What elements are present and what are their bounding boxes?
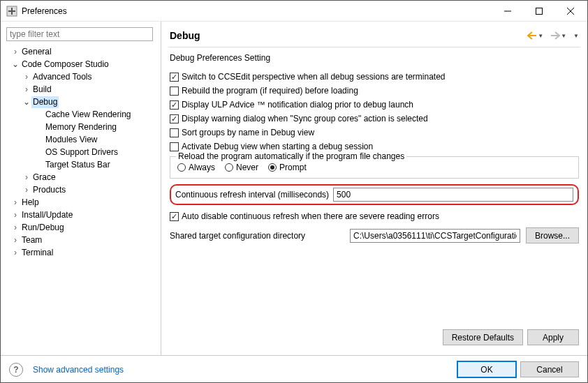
ok-button[interactable]: OK bbox=[457, 361, 516, 377]
content-pane: Debug ▼ ▼ ▼ Debug Preferences Setting Sw… bbox=[161, 22, 587, 355]
checkbox-sync-warn[interactable] bbox=[170, 114, 179, 123]
sidebar: ›General ⌄Code Composer Studio ›Advanced… bbox=[1, 22, 161, 355]
apply-button[interactable]: Apply bbox=[527, 329, 579, 345]
tree-item-help[interactable]: ›Help bbox=[6, 196, 158, 209]
label-prompt: Prompt bbox=[279, 163, 307, 172]
svg-rect-2 bbox=[11, 8, 13, 15]
refresh-interval-input[interactable] bbox=[333, 188, 573, 202]
tree-item-advanced-tools[interactable]: ›Advanced Tools bbox=[6, 70, 158, 83]
minimize-button[interactable] bbox=[492, 1, 523, 21]
page-subtitle: Debug Preferences Setting bbox=[170, 53, 579, 63]
reload-legend: Reload the program automatically if the … bbox=[176, 151, 406, 161]
refresh-label: Continuous refresh interval (millisecond… bbox=[175, 190, 329, 200]
shared-config-label: Shared target configuration directory bbox=[170, 231, 344, 241]
tree-item-terminal[interactable]: ›Terminal bbox=[6, 246, 158, 259]
tree-item-debug[interactable]: ⌄Debug bbox=[6, 96, 158, 108]
tree-item-general[interactable]: ›General bbox=[6, 45, 158, 58]
view-menu-button[interactable]: ▼ bbox=[573, 33, 579, 39]
arrow-left-icon bbox=[527, 31, 537, 40]
checkbox-sort-groups[interactable] bbox=[170, 128, 179, 137]
filter-input[interactable] bbox=[6, 27, 153, 41]
radio-always[interactable] bbox=[177, 163, 186, 172]
refresh-interval-row: Continuous refresh interval (millisecond… bbox=[170, 184, 579, 205]
tree-item-install-update[interactable]: ›Install/Update bbox=[6, 209, 158, 221]
tree-item-os-drivers[interactable]: OS Support Drivers bbox=[6, 146, 158, 158]
checkbox-switch-perspective[interactable] bbox=[170, 73, 179, 82]
app-icon bbox=[6, 6, 17, 17]
show-advanced-link[interactable]: Show advanced settings bbox=[33, 365, 124, 375]
tree-item-cache-view[interactable]: Cache View Rendering bbox=[6, 108, 158, 121]
radio-prompt[interactable] bbox=[268, 163, 277, 172]
checkbox-activate[interactable] bbox=[170, 142, 179, 151]
tree-item-team[interactable]: ›Team bbox=[6, 234, 158, 246]
svg-rect-4 bbox=[536, 8, 542, 14]
label-ulp: Display ULP Advice ™ notification dialog… bbox=[182, 100, 413, 110]
tree-item-grace[interactable]: ›Grace bbox=[6, 171, 158, 183]
tree-item-target-status[interactable]: Target Status Bar bbox=[6, 158, 158, 171]
tree-item-memory-rendering[interactable]: Memory Rendering bbox=[6, 121, 158, 133]
help-icon[interactable]: ? bbox=[9, 363, 23, 377]
restore-defaults-button[interactable]: Restore Defaults bbox=[443, 329, 523, 345]
tree-item-modules-view[interactable]: Modules View bbox=[6, 133, 158, 146]
tree-item-products[interactable]: ›Products bbox=[6, 183, 158, 196]
footer: ? Show advanced settings OK Cancel bbox=[1, 355, 587, 383]
checkbox-rebuild[interactable] bbox=[170, 87, 179, 96]
radio-never[interactable] bbox=[225, 163, 233, 172]
tree-item-ccs[interactable]: ⌄Code Composer Studio bbox=[6, 58, 158, 70]
close-button[interactable] bbox=[554, 1, 586, 21]
arrow-right-icon bbox=[550, 31, 560, 40]
checkbox-ulp[interactable] bbox=[170, 100, 179, 110]
back-button[interactable]: ▼ bbox=[527, 31, 543, 40]
forward-button[interactable]: ▼ bbox=[550, 31, 566, 40]
label-never: Never bbox=[236, 163, 258, 172]
window-title: Preferences bbox=[22, 6, 492, 16]
label-sort-groups: Sort groups by name in Debug view bbox=[182, 128, 314, 137]
checkbox-auto-disable[interactable] bbox=[170, 212, 179, 221]
browse-button[interactable]: Browse... bbox=[526, 227, 579, 243]
preferences-tree: ›General ⌄Code Composer Studio ›Advanced… bbox=[3, 45, 158, 259]
label-rebuild: Rebuild the program (if required) before… bbox=[182, 86, 358, 96]
label-auto-disable: Auto disable continuous refresh when the… bbox=[182, 211, 439, 221]
maximize-button[interactable] bbox=[523, 1, 554, 21]
nav-arrows: ▼ ▼ ▼ bbox=[527, 31, 579, 40]
reload-group: Reload the program automatically if the … bbox=[170, 156, 579, 179]
tree-item-build[interactable]: ›Build bbox=[6, 83, 158, 96]
cancel-button[interactable]: Cancel bbox=[520, 361, 579, 377]
label-switch-perspective: Switch to CCSEdit perspective when all d… bbox=[182, 72, 446, 82]
page-title: Debug bbox=[170, 30, 527, 41]
label-activate: Activate Debug view when starting a debu… bbox=[182, 142, 373, 151]
label-always: Always bbox=[189, 163, 215, 172]
titlebar: Preferences bbox=[1, 1, 587, 22]
tree-item-run-debug[interactable]: ›Run/Debug bbox=[6, 221, 158, 234]
label-sync-warn: Display warning dialog when "Sync group … bbox=[182, 114, 428, 123]
shared-config-input[interactable] bbox=[350, 229, 520, 243]
